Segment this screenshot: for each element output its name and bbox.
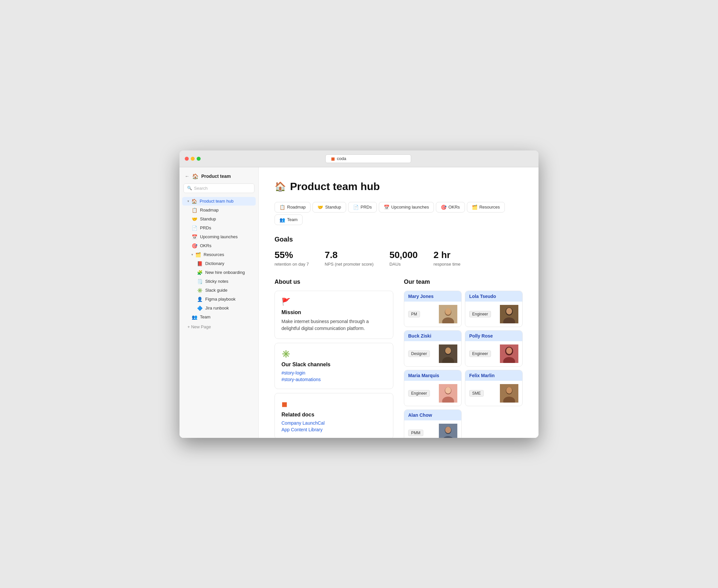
mission-card: 🚩 Mission Make internet business persona… [275,291,393,339]
svg-point-19 [445,387,451,394]
tab-okrs-label: OKRs [448,205,460,210]
sidebar-item-prds[interactable]: 📄 PRDs [182,224,256,232]
tab-team-label: Team [287,217,298,222]
team-card-maria-name[interactable]: Maria Marquis [404,370,461,381]
close-button[interactable] [185,157,189,161]
okrs-label: OKRs [200,243,212,248]
sidebar-item-team[interactable]: 👥 Team [182,313,256,321]
maximize-button[interactable] [197,157,200,161]
dictionary-icon: 📕 [197,261,203,266]
slack-link-2[interactable]: #story-automations [281,377,386,382]
resources-label: Resources [204,252,224,257]
browser-window: ◼ coda ← 🏠 Product team 🔍 Search ▾ 🏠 [180,150,538,438]
avatar-polly [500,344,519,363]
our-team-section: Our team Mary Jones PM [404,278,523,438]
svg-point-11 [445,348,451,354]
sidebar-item-slack[interactable]: ✳️ Slack guide [182,286,256,295]
minimize-button[interactable] [191,157,195,161]
team-card-mary: Mary Jones PM [404,291,462,327]
team-card-buck-name[interactable]: Buck Ziski [404,331,461,341]
team-card-felix-name[interactable]: Felix Marlin [465,370,522,381]
main-content: 🏠 Product team hub 📋 Roadmap 🤝 Standup 📄… [259,167,538,438]
tab-okrs[interactable]: 🎯 OKRs [436,202,465,212]
sidebar-nav: ▾ 🏠 Product team hub 📋 Roadmap 🤝 Standup… [180,197,258,321]
docs-link-1[interactable]: Company LaunchCal [281,420,386,426]
sidebar-item-hub[interactable]: ▾ 🏠 Product team hub [182,197,256,206]
tab-upcoming-label: Upcoming launches [391,205,429,210]
team-card-mary-name[interactable]: Mary Jones [404,291,461,301]
new-page-button[interactable]: + New Page [182,323,256,331]
docs-card: ◼ Related docs Company LaunchCal App Con… [275,393,393,438]
svg-point-27 [445,427,451,433]
avatar-felix [500,384,519,403]
team-icon: 👥 [191,314,197,320]
tab-prds[interactable]: 📄 PRDs [348,202,377,212]
sidebar-header: ← 🏠 Product team [180,171,258,184]
goal-nps-value: 7.8 [325,250,374,260]
avatar-alan [439,424,457,438]
docs-icon: ◼ [281,400,386,408]
goal-response-value: 2 hr [434,250,461,260]
team-card-alan: Alan Chow PMM [404,410,462,438]
prds-icon: 📄 [191,225,197,231]
sidebar-item-standup[interactable]: 🤝 Standup [182,215,256,224]
team-card-alan-role: PMM [408,429,423,436]
slack-channels-title: Our Slack channels [281,362,386,368]
team-card-maria-role: Engineer [408,390,430,397]
coda-brand-icon: ◼ [331,156,335,161]
tab-team[interactable]: 👥 Team [275,214,302,225]
team-card-alan-name[interactable]: Alan Chow [404,410,461,420]
upcoming-label: Upcoming launches [200,234,237,239]
address-bar: ◼ coda [203,154,533,163]
tab-standup[interactable]: 🤝 Standup [313,202,346,212]
sidebar-item-jira[interactable]: 🔷 Jira runbook [182,304,256,313]
sidebar-item-figma[interactable]: 👤 Figma playbook [182,295,256,303]
team-card-polly-role: Engineer [469,351,491,357]
team-card-mary-role: PM [408,311,420,317]
sidebar-item-upcoming[interactable]: 📅 Upcoming launches [182,233,256,241]
sidebar-item-newhire[interactable]: 🧩 New hire onboarding [182,268,256,277]
sidebar-item-sticky[interactable]: 🗒️ Sticky notes [182,277,256,286]
goals-title: Goals [275,236,523,243]
jira-icon: 🔷 [197,306,203,311]
goal-retention-label: retention on day 7 [275,262,309,267]
address-text: coda [337,156,346,161]
team-card-maria-body: Engineer [404,381,461,406]
team-card-alan-body: PMM [404,420,461,438]
team-card-polly-name[interactable]: Polly Rose [465,331,522,341]
back-button[interactable]: ← [185,173,189,179]
resources-icon: 🗂️ [195,252,201,257]
tab-roadmap[interactable]: 📋 Roadmap [275,202,311,212]
slack-link-1[interactable]: #story-login [281,370,386,376]
team-card-mary-body: PM [404,301,461,327]
page-title: Product team hub [290,181,380,193]
tab-upcoming[interactable]: 📅 Upcoming launches [379,202,434,212]
team-card-lola-role: Engineer [469,311,491,317]
team-card-lola-name[interactable]: Lola Tseudo [465,291,522,301]
sidebar-search-box[interactable]: 🔍 Search [184,184,254,193]
team-card-polly: Polly Rose Engineer [465,330,523,366]
tab-upcoming-icon: 📅 [384,205,389,210]
tab-team-icon: 👥 [279,217,285,223]
team-card-lola-body: Engineer [465,301,522,327]
team-card-buck-role: Designer [408,351,430,357]
sidebar-item-okrs[interactable]: 🎯 OKRs [182,241,256,250]
goal-response: 2 hr response time [434,250,461,267]
dictionary-label: Dictionary [205,261,224,266]
mission-title: Mission [281,310,386,315]
tab-resources[interactable]: 🗂️ Resources [467,202,505,212]
goal-retention-value: 55% [275,250,309,260]
url-bar[interactable]: ◼ coda [325,154,411,163]
okrs-icon: 🎯 [191,243,197,249]
tab-prds-icon: 📄 [353,205,359,210]
team-card-buck: Buck Ziski Designer [404,330,462,366]
sidebar-item-roadmap[interactable]: 📋 Roadmap [182,206,256,214]
about-us-section: About us 🚩 Mission Make internet busines… [275,278,393,438]
team-card-felix-role: SME [469,390,484,397]
team-card-lola: Lola Tseudo Engineer [465,291,523,327]
sidebar-item-resources[interactable]: ▾ 🗂️ Resources [182,250,256,259]
goals-section: Goals 55% retention on day 7 7.8 NPS (ne… [275,236,523,267]
tab-standup-icon: 🤝 [317,205,323,210]
sidebar-item-dictionary[interactable]: 📕 Dictionary [182,259,256,268]
docs-link-2[interactable]: App Content Library [281,427,386,432]
